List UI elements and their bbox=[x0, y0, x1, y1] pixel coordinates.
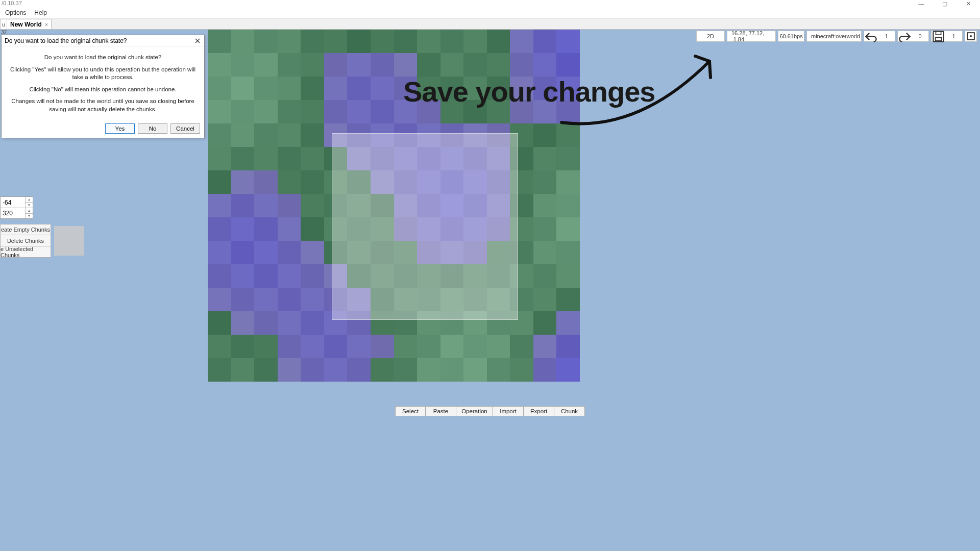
min-y-input[interactable]: -64 ▲▼ bbox=[0, 196, 33, 208]
dialog-body: Do you want to load the original chunk s… bbox=[2, 46, 204, 120]
bps-box: 60.61bps bbox=[778, 31, 804, 42]
view-mode-box[interactable]: 2D bbox=[696, 31, 725, 42]
window-titlebar: /0.10.37 — ▢ ✕ bbox=[0, 0, 980, 7]
window-controls: — ▢ ✕ bbox=[910, 0, 980, 7]
tab-label: New World bbox=[10, 21, 42, 28]
delete-unselected-button[interactable]: e Unselected Chunks bbox=[0, 246, 51, 258]
close-window-button[interactable]: ✕ bbox=[957, 0, 980, 7]
tool-export[interactable]: Export bbox=[524, 406, 554, 416]
dialog-line4: Changes will not be made to the world un… bbox=[8, 97, 198, 113]
dialog-line2: Clicking "Yes" will allow you to undo th… bbox=[8, 66, 198, 82]
save-button[interactable] bbox=[931, 31, 945, 42]
tab-active[interactable]: New World × bbox=[7, 19, 52, 29]
grey-preview-box bbox=[54, 226, 84, 256]
max-y-input[interactable]: 320 ▲▼ bbox=[0, 208, 33, 219]
coords-box: 16.28, 77.12, -1.84 bbox=[727, 31, 776, 42]
dimension-value: minecraft:overworld bbox=[811, 33, 860, 39]
dialog-close-button[interactable] bbox=[193, 36, 202, 45]
save-group: 1 bbox=[931, 31, 963, 42]
spinner-up-icon[interactable]: ▲ bbox=[26, 208, 33, 214]
tool-import[interactable]: Import bbox=[493, 406, 524, 416]
svg-rect-2 bbox=[936, 37, 942, 41]
close-icon bbox=[194, 38, 201, 44]
menu-options[interactable]: Options bbox=[1, 8, 30, 18]
spinner-down-icon[interactable]: ▼ bbox=[26, 214, 33, 219]
tool-paste[interactable]: Paste bbox=[426, 406, 456, 416]
create-empty-chunks-button[interactable]: eate Empty Chunks bbox=[0, 224, 51, 235]
menu-help[interactable]: Help bbox=[30, 8, 51, 18]
spinner-up-icon[interactable]: ▲ bbox=[26, 197, 33, 203]
tab-stub[interactable]: u bbox=[0, 19, 7, 29]
redo-group: 0 bbox=[897, 31, 929, 42]
yes-button[interactable]: Yes bbox=[105, 123, 135, 134]
confirm-dialog: Do you want to load the original chunk s… bbox=[1, 35, 205, 138]
panel-buttons: eate Empty Chunks Delete Chunks e Unsele… bbox=[0, 224, 51, 258]
dialog-line3: Clicking "No" will mean this operation c… bbox=[8, 86, 198, 94]
bottom-toolbar: Select Paste Operation Import Export Chu… bbox=[395, 406, 585, 416]
top-toolbar: 2D 16.28, 77.12, -1.84 60.61bps minecraf… bbox=[696, 31, 977, 42]
max-y-value: 320 bbox=[3, 210, 13, 217]
dialog-title-text: Do you want to load the original chunk s… bbox=[5, 37, 127, 44]
undo-group: 1 bbox=[864, 31, 895, 42]
left-panel: -64 ▲▼ 320 ▲▼ eate Empty Chunks Delete C… bbox=[0, 196, 51, 258]
svg-rect-0 bbox=[933, 31, 943, 41]
cancel-button[interactable]: Cancel bbox=[170, 123, 200, 134]
expand-button[interactable] bbox=[965, 31, 977, 42]
maximize-button[interactable]: ▢ bbox=[933, 0, 957, 7]
min-y-value: -64 bbox=[3, 199, 11, 206]
save-count: 1 bbox=[945, 31, 963, 42]
svg-point-4 bbox=[970, 35, 972, 37]
dialog-buttons: Yes No Cancel bbox=[2, 120, 204, 138]
tool-select[interactable]: Select bbox=[395, 406, 426, 416]
annotation-arrow-icon bbox=[556, 46, 730, 133]
tool-chunk[interactable]: Chunk bbox=[554, 406, 585, 416]
minimize-button[interactable]: — bbox=[910, 0, 933, 7]
dialog-line1: Do you want to load the original chunk s… bbox=[8, 54, 198, 62]
spinner-min-y[interactable]: ▲▼ bbox=[25, 197, 33, 208]
tabstrip: u New World × bbox=[0, 18, 980, 30]
spinner-max-y[interactable]: ▲▼ bbox=[25, 208, 33, 218]
no-button[interactable]: No bbox=[138, 123, 167, 134]
tool-operation[interactable]: Operation bbox=[456, 406, 493, 416]
undo-count: 1 bbox=[878, 31, 895, 42]
menubar: Options Help bbox=[0, 7, 980, 18]
dialog-titlebar: Do you want to load the original chunk s… bbox=[2, 35, 204, 46]
selection-rectangle[interactable] bbox=[332, 133, 518, 320]
delete-chunks-button[interactable]: Delete Chunks bbox=[0, 235, 51, 246]
redo-button[interactable] bbox=[897, 31, 912, 42]
dimension-select[interactable]: minecraft:overworld bbox=[806, 31, 862, 42]
redo-count: 0 bbox=[912, 31, 929, 42]
spinner-down-icon[interactable]: ▼ bbox=[26, 203, 33, 208]
undo-button[interactable] bbox=[864, 31, 878, 42]
window-title: /0.10.37 bbox=[0, 0, 23, 6]
close-tab-icon[interactable]: × bbox=[45, 21, 48, 28]
